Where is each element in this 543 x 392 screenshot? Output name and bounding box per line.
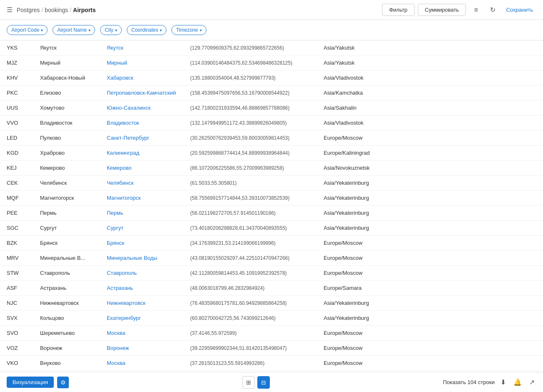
export-button[interactable]: ↗ (528, 377, 536, 388)
cell-name: Владивосток (33, 116, 100, 131)
row-count-label: Показать 104 строки (443, 379, 495, 385)
cell-code: KGD (0, 146, 33, 161)
grid-view-button[interactable]: ⊟ (257, 376, 270, 389)
data-table: YKS Якутск Якутск (129.77099609375,62.09… (0, 40, 543, 372)
cell-code: MQF (0, 191, 33, 206)
refresh-button[interactable]: ↻ (486, 3, 499, 17)
cell-code: KEJ (0, 161, 33, 176)
breadcrumb-sep-2: / (70, 7, 71, 13)
cell-name: Кольцово (33, 311, 100, 326)
table-row[interactable]: KGD Храброво Калининград (20.59259986877… (0, 146, 543, 161)
table-row[interactable]: YKS Якутск Якутск (129.77099609375,62.09… (0, 40, 543, 55)
cell-tz: Asia/Sakhalin (317, 101, 543, 116)
col-header-coordinates[interactable]: Coordinates ▾ (127, 25, 167, 35)
table-row[interactable]: MJZ Мирный Мирный (114.03900146484375,62… (0, 55, 543, 70)
chevron-down-icon: ▾ (41, 28, 43, 33)
cell-name: Кемерово (33, 161, 100, 176)
sum-button[interactable]: Суммировать (418, 4, 466, 16)
cell-name: Астрахань (33, 281, 100, 296)
table-row[interactable]: STW Ставрополь Ставрополь (42.1128005981… (0, 266, 543, 281)
col-header-airport-code-label: Airport Code (11, 27, 39, 33)
table-row[interactable]: KHV Хабаровск-Новый Хабаровск (135.18800… (0, 70, 543, 85)
table-row[interactable]: PEE Пермь Пермь (56.021198272705,57.9145… (0, 206, 543, 221)
header: ☰ Postgres / bookings / Airports Фильтр … (0, 0, 543, 20)
cell-city[interactable]: Екатеринбург (100, 311, 184, 326)
cell-name: Брянск (33, 236, 100, 251)
download-button[interactable]: ⬇ (499, 377, 508, 388)
table-row[interactable]: SVO Шереметьево Москва (37.4146,55.97259… (0, 326, 543, 341)
cell-tz: Europe/Moscow (317, 371, 543, 372)
table-row[interactable]: SCW Сыктывкар Сыктывкар (50.845100402832… (0, 371, 543, 372)
table-row[interactable]: ASF Астрахань Астрахань (48.0063018799,4… (0, 281, 543, 296)
table-row[interactable]: NJC Нижневартовск Нижневартовск (76.4835… (0, 296, 543, 311)
cell-city[interactable]: Минеральные Воды (100, 251, 184, 266)
visualization-button[interactable]: Визуализация (7, 377, 54, 388)
cell-city[interactable]: Нижневартовск (100, 296, 184, 311)
cell-tz: Asia/Novokuznetsk (317, 161, 543, 176)
cell-coords: (142.71800231933594,46.88869857788086) (184, 101, 317, 116)
cell-city[interactable]: Петропавловск-Камчатский (100, 85, 184, 101)
cell-city[interactable]: Хабаровск (100, 70, 184, 85)
table-row[interactable]: MQF Магнитогорск Магнитогорск (58.755699… (0, 191, 543, 206)
table-row[interactable]: VKO Внуково Москва (37.2615013123,55.591… (0, 356, 543, 371)
col-header-timezone[interactable]: Timezone ▾ (171, 25, 206, 35)
cell-code: SVX (0, 311, 33, 326)
cell-coords: (158.45399475097656,53.16790008544922) (184, 85, 317, 101)
cell-city[interactable]: Якутск (100, 40, 184, 55)
cell-city[interactable]: Москва (100, 326, 184, 341)
col-header-city[interactable]: City ▾ (100, 25, 122, 35)
table-row[interactable]: VVO Владивосток Владивосток (132.1479949… (0, 116, 543, 131)
breadcrumb-postgres[interactable]: Postgres (17, 7, 40, 13)
cell-city[interactable]: Москва (100, 356, 184, 371)
cell-city[interactable]: Астрахань (100, 281, 184, 296)
cell-coords: (132.1479949951172,43.39899826049805) (184, 116, 317, 131)
cell-city[interactable]: Мирный (100, 55, 184, 70)
cell-city[interactable]: Воронеж (100, 341, 184, 356)
cell-name: Мирный (33, 55, 100, 70)
table-row[interactable]: SGC Сургут Сургут (73.40180206298828,61.… (0, 221, 543, 236)
table-row[interactable]: KEJ Кемерово Кемерово (86.1072006225586,… (0, 161, 543, 176)
table-row[interactable]: PKC Елизово Петропавловск-Камчатский (15… (0, 85, 543, 101)
table-view-button[interactable]: ⊞ (242, 376, 255, 389)
settings-icon-button[interactable]: ≡ (469, 3, 483, 17)
cell-city[interactable]: Челябинск (100, 176, 184, 191)
cell-city[interactable]: Магнитогорск (100, 191, 184, 206)
table-row[interactable]: CEK Челябинск Челябинск (61.5033,55.3058… (0, 176, 543, 191)
cell-code: PKC (0, 85, 33, 101)
table-row[interactable]: VOZ Воронеж Воронеж (39.22959899902344,5… (0, 341, 543, 356)
footer: Визуализация ⚙ ⊞ ⊟ Показать 104 строки ⬇… (0, 372, 543, 392)
cell-city[interactable]: Кемерово (100, 161, 184, 176)
export-icon: ↗ (529, 379, 535, 386)
table-row[interactable]: UUS Хомутово Южно-Сахалинск (142.7180023… (0, 101, 543, 116)
cell-city[interactable]: Калининград (100, 146, 184, 161)
col-header-airport-name-label: Airport Name (57, 27, 87, 33)
cell-coords: (60.802700042725,56.743099212646) (184, 311, 317, 326)
table-row[interactable]: LED Пулково Санкт-Петербург (30.26250076… (0, 131, 543, 146)
col-header-airport-name[interactable]: Airport Name ▾ (53, 25, 95, 35)
gear-icon: ⚙ (60, 379, 66, 386)
notification-button[interactable]: 🔔 (512, 377, 523, 388)
cell-city[interactable]: Владивосток (100, 116, 184, 131)
cell-tz: Asia/Yakutsk (317, 40, 543, 55)
breadcrumb: Postgres / bookings / Airports (17, 7, 96, 13)
cell-code: SVO (0, 326, 33, 341)
table-row[interactable]: BZK Брянск Брянск (34.176399231,53.21419… (0, 236, 543, 251)
cell-coords: (58.755699157714844,53.39310073852539) (184, 191, 317, 206)
cell-city[interactable]: Сыктывкар (100, 371, 184, 372)
cell-code: VKO (0, 356, 33, 371)
table-row[interactable]: MRV Минеральные В... Минеральные Воды (4… (0, 251, 543, 266)
save-button[interactable]: Сохранить (503, 4, 536, 15)
cell-city[interactable]: Брянск (100, 236, 184, 251)
table-row[interactable]: SVX Кольцово Екатеринбург (60.8027000427… (0, 311, 543, 326)
cell-coords: (129.77099609375,62.093299865722656) (184, 40, 317, 55)
cell-city[interactable]: Ставрополь (100, 266, 184, 281)
filter-button[interactable]: Фильтр (382, 4, 415, 16)
cell-city[interactable]: Пермь (100, 206, 184, 221)
cell-city[interactable]: Сургут (100, 221, 184, 236)
cell-city[interactable]: Санкт-Петербург (100, 131, 184, 146)
col-header-airport-code[interactable]: Airport Code ▾ (7, 25, 48, 35)
cell-city[interactable]: Южно-Сахалинск (100, 101, 184, 116)
breadcrumb-bookings[interactable]: bookings (45, 7, 68, 13)
visualization-settings-button[interactable]: ⚙ (57, 377, 69, 388)
cell-tz: Asia/Yekaterinburg (317, 311, 543, 326)
